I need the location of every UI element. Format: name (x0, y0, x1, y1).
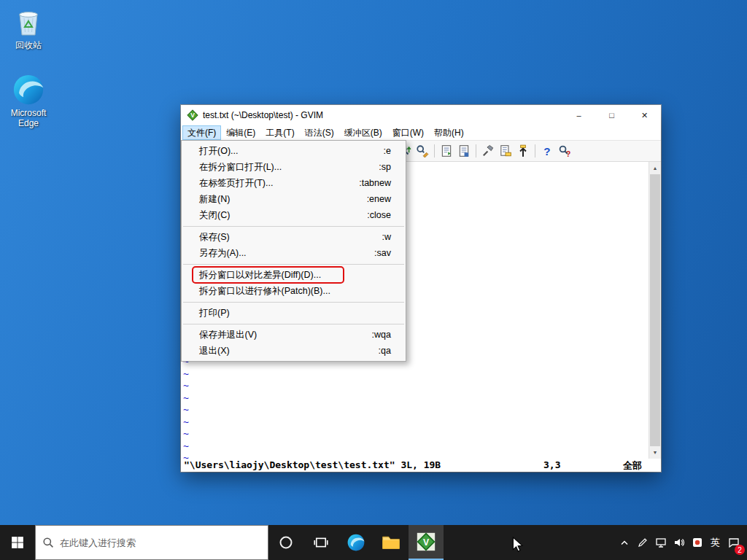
menubar-item-2[interactable]: 工具(T) (260, 125, 299, 140)
file-menu-item-15[interactable]: 退出(X):qa (182, 343, 406, 359)
file-menu-item-6[interactable]: 保存(S):w (182, 229, 406, 245)
file-menu-item-2[interactable]: 在标签页打开(T)...:tabnew (182, 175, 406, 191)
file-menu-item-1[interactable]: 在拆分窗口打开(L)...:sp (182, 159, 406, 175)
svg-text:V: V (423, 537, 430, 548)
menu-item-shortcut: :sav (374, 248, 391, 258)
make-icon[interactable] (479, 142, 497, 160)
menu-item-label: 退出(X) (199, 345, 365, 357)
scrollbar-thumb[interactable] (650, 174, 660, 446)
svg-text:?: ? (566, 149, 571, 158)
gvim-icon: V (417, 532, 436, 551)
file-menu-item-9[interactable]: 拆分窗口以对比差异(Diff)(D)... (182, 267, 406, 283)
windows-logo-icon (11, 536, 24, 549)
menubar-item-1[interactable]: 编辑(E) (221, 125, 260, 140)
system-tray: 英2 (615, 525, 747, 560)
window-title: test.txt (~\Desktop\test) - GVIM (203, 110, 562, 120)
menu-item-label: 在标签页打开(T)... (199, 177, 346, 190)
menu-separator (183, 302, 404, 303)
menu-item-shortcut: :qa (379, 346, 391, 356)
titlebar[interactable]: V test.txt (~\Desktop\test) - GVIM – □ ✕ (181, 105, 661, 125)
scroll-up-icon[interactable]: ▲ (649, 162, 661, 174)
recycle-bin-icon (0, 6, 57, 38)
menu-item-label: 在拆分窗口打开(L)... (199, 161, 365, 174)
menu-item-shortcut: :e (384, 146, 391, 156)
file-menu-item-10[interactable]: 拆分窗口以进行修补(Patch)(B)... (182, 283, 406, 299)
vim-app-icon: V (187, 109, 198, 121)
scroll-down-icon[interactable]: ▼ (649, 446, 661, 459)
menu-item-label: 保存并退出(V) (199, 329, 359, 341)
network-icon[interactable] (651, 525, 670, 560)
file-explorer-icon (382, 533, 400, 552)
search-icon (42, 537, 54, 548)
file-menu-item-14[interactable]: 保存并退出(V):wqa (182, 327, 406, 343)
maximize-button[interactable]: □ (595, 105, 628, 125)
taskbar-search[interactable] (35, 525, 268, 560)
chevron-up-icon[interactable] (615, 525, 633, 560)
desktop-icon-label: Microsoft Edge (0, 108, 57, 128)
close-button[interactable]: ✕ (628, 105, 661, 125)
task-view-icon (314, 535, 328, 550)
status-file-info: "\Users\liaojy\Desktop\test\test.txt" 3L… (184, 459, 441, 470)
cortana-icon (279, 535, 293, 550)
cortana-button[interactable] (268, 525, 303, 560)
file-menu-item-7[interactable]: 另存为(A)...:sav (182, 245, 406, 261)
gvim-window: V test.txt (~\Desktop\test) - GVIM – □ ✕… (181, 105, 661, 472)
pen-icon[interactable] (633, 525, 651, 560)
session-save-icon[interactable] (455, 142, 473, 160)
start-button[interactable] (0, 525, 35, 560)
find-help-icon[interactable]: ? (556, 142, 573, 160)
status-scroll-position: 全部 (623, 459, 642, 472)
help-icon[interactable]: ? (538, 142, 556, 160)
menu-separator (183, 226, 404, 227)
menu-item-label: 打印(P) (199, 307, 378, 319)
action-center-icon[interactable]: 2 (724, 525, 743, 560)
menu-item-label: 另存为(A)... (199, 247, 361, 260)
menu-item-label: 拆分窗口以进行修补(Patch)(B)... (199, 285, 378, 298)
taskbar: V 英2 (0, 525, 747, 560)
menu-item-label: 关闭(C) (199, 209, 354, 222)
svg-text:V: V (190, 112, 195, 119)
desktop-icon-microsoft-edge[interactable]: Microsoft Edge (0, 73, 57, 128)
menu-item-label: 保存(S) (199, 231, 369, 244)
tag-jump-icon[interactable] (514, 142, 532, 160)
build-tags-icon[interactable] (497, 142, 514, 160)
file-menu: 打开(O)...:e在拆分窗口打开(L)...:sp在标签页打开(T)...:t… (181, 140, 406, 362)
menu-separator (183, 264, 404, 265)
menubar-item-4[interactable]: 缓冲区(B) (339, 125, 387, 140)
menu-item-shortcut: :wqa (372, 330, 391, 340)
replace-icon[interactable] (414, 142, 431, 160)
menu-item-label: 新建(N) (199, 193, 354, 206)
edge-icon (0, 73, 57, 106)
menubar-item-6[interactable]: 帮助(H) (429, 125, 469, 140)
menu-item-shortcut: :w (382, 232, 392, 242)
toolbar-separator (434, 144, 435, 158)
volume-icon[interactable] (670, 525, 688, 560)
desktop-icon-recycle-bin[interactable]: 回收站 (0, 6, 57, 52)
edge-taskbar-button[interactable] (338, 525, 374, 560)
gvim-taskbar-button[interactable]: V (409, 525, 444, 560)
file-menu-item-4[interactable]: 关闭(C):close (182, 207, 406, 223)
file-menu-item-12[interactable]: 打印(P) (182, 305, 406, 321)
file-menu-item-3[interactable]: 新建(N):enew (182, 191, 406, 207)
menu-item-shortcut: :enew (367, 194, 391, 204)
file-menu-item-0[interactable]: 打开(O)...:e (182, 143, 406, 159)
minimize-button[interactable]: – (562, 105, 595, 125)
menubar-item-3[interactable]: 语法(S) (300, 125, 339, 140)
status-bar: "\Users\liaojy\Desktop\test\test.txt" 3L… (181, 459, 661, 472)
file-explorer-button[interactable] (374, 525, 409, 560)
menubar-item-0[interactable]: 文件(F) (182, 125, 221, 140)
menu-item-label: 打开(O)... (199, 145, 371, 158)
desktop-icon-label: 回收站 (0, 39, 57, 52)
ime-app-icon[interactable] (688, 525, 706, 560)
session-load-icon[interactable] (438, 142, 455, 160)
search-input[interactable] (60, 537, 261, 548)
menu-separator (183, 324, 404, 324)
vertical-scrollbar[interactable]: ▲ ▼ (649, 162, 661, 459)
task-view-button[interactable] (303, 525, 338, 560)
desktop: 回收站 Microsoft Edge V (0, 0, 747, 560)
menubar-item-5[interactable]: 窗口(W) (387, 125, 429, 140)
toolbar-separator (476, 144, 476, 158)
toolbar-separator (535, 144, 535, 158)
language-indicator[interactable]: 英 (706, 525, 724, 560)
menu-item-shortcut: :close (367, 210, 391, 220)
